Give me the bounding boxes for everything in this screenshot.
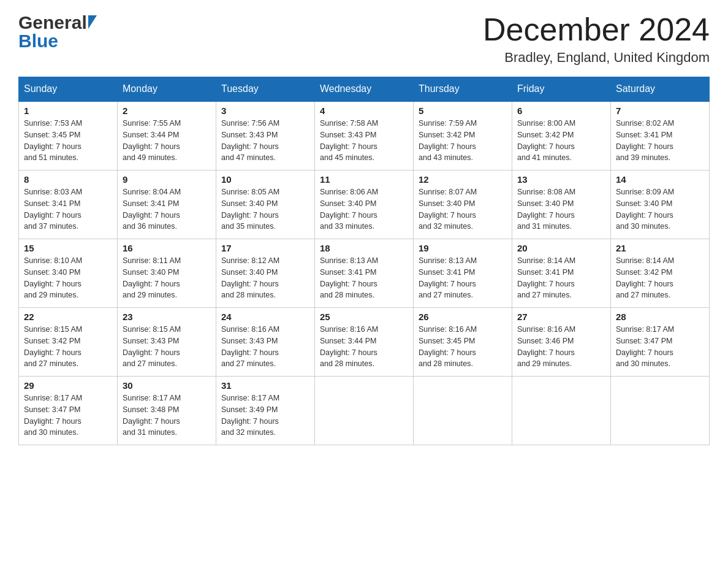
- day-number: 13: [517, 174, 605, 185]
- day-info: Sunrise: 7:59 AMSunset: 3:42 PMDaylight:…: [419, 119, 477, 162]
- day-info: Sunrise: 7:56 AMSunset: 3:43 PMDaylight:…: [221, 119, 279, 162]
- calendar-day-cell: 14 Sunrise: 8:09 AMSunset: 3:40 PMDaylig…: [611, 170, 710, 239]
- day-info: Sunrise: 8:17 AMSunset: 3:47 PMDaylight:…: [616, 325, 674, 368]
- calendar-day-cell: 30 Sunrise: 8:17 AMSunset: 3:48 PMDaylig…: [118, 377, 216, 445]
- calendar-day-cell: 6 Sunrise: 8:00 AMSunset: 3:42 PMDayligh…: [512, 101, 611, 170]
- day-number: 10: [221, 174, 309, 185]
- day-info: Sunrise: 8:00 AMSunset: 3:42 PMDaylight:…: [517, 119, 575, 162]
- day-number: 28: [616, 312, 704, 322]
- day-info: Sunrise: 8:11 AMSunset: 3:40 PMDaylight:…: [123, 256, 181, 299]
- calendar-day-cell: 31 Sunrise: 8:17 AMSunset: 3:49 PMDaylig…: [216, 377, 315, 445]
- calendar-day-cell: 5 Sunrise: 7:59 AMSunset: 3:42 PMDayligh…: [414, 101, 512, 170]
- calendar-day-cell: 8 Sunrise: 8:03 AMSunset: 3:41 PMDayligh…: [19, 170, 118, 239]
- calendar-day-cell: 1 Sunrise: 7:53 AMSunset: 3:45 PMDayligh…: [19, 101, 118, 170]
- day-info: Sunrise: 8:13 AMSunset: 3:41 PMDaylight:…: [320, 256, 378, 299]
- day-number: 14: [616, 174, 704, 185]
- calendar-header-row: Sunday Monday Tuesday Wednesday Thursday…: [19, 77, 710, 102]
- day-info: Sunrise: 8:14 AMSunset: 3:41 PMDaylight:…: [517, 256, 575, 299]
- calendar-day-cell: [512, 377, 611, 445]
- day-info: Sunrise: 8:08 AMSunset: 3:40 PMDaylight:…: [517, 188, 575, 231]
- day-info: Sunrise: 8:16 AMSunset: 3:46 PMDaylight:…: [517, 325, 575, 368]
- calendar-day-cell: 15 Sunrise: 8:10 AMSunset: 3:40 PMDaylig…: [19, 239, 118, 308]
- page-header: General Blue December 2024 Bradley, Engl…: [18, 12, 710, 66]
- day-info: Sunrise: 8:16 AMSunset: 3:45 PMDaylight:…: [419, 325, 477, 368]
- calendar-title: December 2024: [483, 12, 710, 47]
- logo: General Blue: [18, 12, 97, 52]
- day-number: 12: [419, 174, 507, 185]
- day-info: Sunrise: 8:06 AMSunset: 3:40 PMDaylight:…: [320, 188, 378, 231]
- calendar-day-cell: 17 Sunrise: 8:12 AMSunset: 3:40 PMDaylig…: [216, 239, 315, 308]
- calendar-day-cell: 29 Sunrise: 8:17 AMSunset: 3:47 PMDaylig…: [19, 377, 118, 445]
- day-info: Sunrise: 8:17 AMSunset: 3:48 PMDaylight:…: [123, 394, 181, 437]
- calendar-day-cell: 4 Sunrise: 7:58 AMSunset: 3:43 PMDayligh…: [315, 101, 414, 170]
- day-info: Sunrise: 8:14 AMSunset: 3:42 PMDaylight:…: [616, 256, 674, 299]
- calendar-week-row: 22 Sunrise: 8:15 AMSunset: 3:42 PMDaylig…: [19, 308, 710, 377]
- calendar-day-cell: 25 Sunrise: 8:16 AMSunset: 3:44 PMDaylig…: [315, 308, 414, 377]
- calendar-day-cell: 19 Sunrise: 8:13 AMSunset: 3:41 PMDaylig…: [414, 239, 512, 308]
- col-thursday: Thursday: [414, 77, 512, 102]
- calendar-day-cell: 3 Sunrise: 7:56 AMSunset: 3:43 PMDayligh…: [216, 101, 315, 170]
- col-tuesday: Tuesday: [216, 77, 315, 102]
- day-info: Sunrise: 8:09 AMSunset: 3:40 PMDaylight:…: [616, 188, 674, 231]
- day-number: 26: [419, 312, 507, 322]
- calendar-day-cell: 12 Sunrise: 8:07 AMSunset: 3:40 PMDaylig…: [414, 170, 512, 239]
- day-number: 2: [123, 105, 211, 116]
- day-number: 11: [320, 174, 408, 185]
- calendar-day-cell: 20 Sunrise: 8:14 AMSunset: 3:41 PMDaylig…: [512, 239, 611, 308]
- calendar-day-cell: 21 Sunrise: 8:14 AMSunset: 3:42 PMDaylig…: [611, 239, 710, 308]
- day-number: 19: [419, 243, 507, 253]
- day-info: Sunrise: 7:55 AMSunset: 3:44 PMDaylight:…: [123, 119, 181, 162]
- logo-triangle-icon: [88, 15, 97, 29]
- calendar-day-cell: [414, 377, 512, 445]
- col-monday: Monday: [118, 77, 216, 102]
- col-friday: Friday: [512, 77, 611, 102]
- day-number: 31: [221, 380, 309, 391]
- day-number: 21: [616, 243, 704, 253]
- day-number: 20: [517, 243, 605, 253]
- calendar-day-cell: 24 Sunrise: 8:16 AMSunset: 3:43 PMDaylig…: [216, 308, 315, 377]
- calendar-table: Sunday Monday Tuesday Wednesday Thursday…: [18, 77, 710, 445]
- day-number: 8: [24, 174, 112, 185]
- day-number: 24: [221, 312, 309, 322]
- day-info: Sunrise: 8:10 AMSunset: 3:40 PMDaylight:…: [24, 256, 82, 299]
- day-number: 17: [221, 243, 309, 253]
- day-info: Sunrise: 8:07 AMSunset: 3:40 PMDaylight:…: [419, 188, 477, 231]
- day-number: 30: [123, 380, 211, 391]
- calendar-week-row: 15 Sunrise: 8:10 AMSunset: 3:40 PMDaylig…: [19, 239, 710, 308]
- calendar-day-cell: 22 Sunrise: 8:15 AMSunset: 3:42 PMDaylig…: [19, 308, 118, 377]
- day-info: Sunrise: 8:17 AMSunset: 3:47 PMDaylight:…: [24, 394, 82, 437]
- day-info: Sunrise: 8:15 AMSunset: 3:42 PMDaylight:…: [24, 325, 82, 368]
- day-info: Sunrise: 8:02 AMSunset: 3:41 PMDaylight:…: [616, 119, 674, 162]
- calendar-day-cell: 27 Sunrise: 8:16 AMSunset: 3:46 PMDaylig…: [512, 308, 611, 377]
- logo-general-text: General: [18, 12, 87, 33]
- day-info: Sunrise: 7:53 AMSunset: 3:45 PMDaylight:…: [24, 119, 82, 162]
- day-number: 27: [517, 312, 605, 322]
- day-info: Sunrise: 7:58 AMSunset: 3:43 PMDaylight:…: [320, 119, 378, 162]
- calendar-day-cell: 10 Sunrise: 8:05 AMSunset: 3:40 PMDaylig…: [216, 170, 315, 239]
- day-info: Sunrise: 8:03 AMSunset: 3:41 PMDaylight:…: [24, 188, 82, 231]
- day-info: Sunrise: 8:05 AMSunset: 3:40 PMDaylight:…: [221, 188, 279, 231]
- calendar-day-cell: 16 Sunrise: 8:11 AMSunset: 3:40 PMDaylig…: [118, 239, 216, 308]
- day-number: 29: [24, 380, 112, 391]
- calendar-day-cell: [315, 377, 414, 445]
- calendar-day-cell: 2 Sunrise: 7:55 AMSunset: 3:44 PMDayligh…: [118, 101, 216, 170]
- day-info: Sunrise: 8:15 AMSunset: 3:43 PMDaylight:…: [123, 325, 181, 368]
- day-info: Sunrise: 8:04 AMSunset: 3:41 PMDaylight:…: [123, 188, 181, 231]
- day-info: Sunrise: 8:16 AMSunset: 3:43 PMDaylight:…: [221, 325, 279, 368]
- col-sunday: Sunday: [19, 77, 118, 102]
- day-info: Sunrise: 8:16 AMSunset: 3:44 PMDaylight:…: [320, 325, 378, 368]
- logo-blue-text: Blue: [18, 31, 58, 51]
- day-number: 1: [24, 105, 112, 116]
- calendar-day-cell: 9 Sunrise: 8:04 AMSunset: 3:41 PMDayligh…: [118, 170, 216, 239]
- day-info: Sunrise: 8:12 AMSunset: 3:40 PMDaylight:…: [221, 256, 279, 299]
- title-section: December 2024 Bradley, England, United K…: [483, 12, 710, 66]
- day-info: Sunrise: 8:13 AMSunset: 3:41 PMDaylight:…: [419, 256, 477, 299]
- col-saturday: Saturday: [611, 77, 710, 102]
- calendar-day-cell: 23 Sunrise: 8:15 AMSunset: 3:43 PMDaylig…: [118, 308, 216, 377]
- calendar-day-cell: 18 Sunrise: 8:13 AMSunset: 3:41 PMDaylig…: [315, 239, 414, 308]
- day-number: 7: [616, 105, 704, 116]
- day-number: 3: [221, 105, 309, 116]
- calendar-week-row: 29 Sunrise: 8:17 AMSunset: 3:47 PMDaylig…: [19, 377, 710, 445]
- calendar-day-cell: 26 Sunrise: 8:16 AMSunset: 3:45 PMDaylig…: [414, 308, 512, 377]
- day-number: 22: [24, 312, 112, 322]
